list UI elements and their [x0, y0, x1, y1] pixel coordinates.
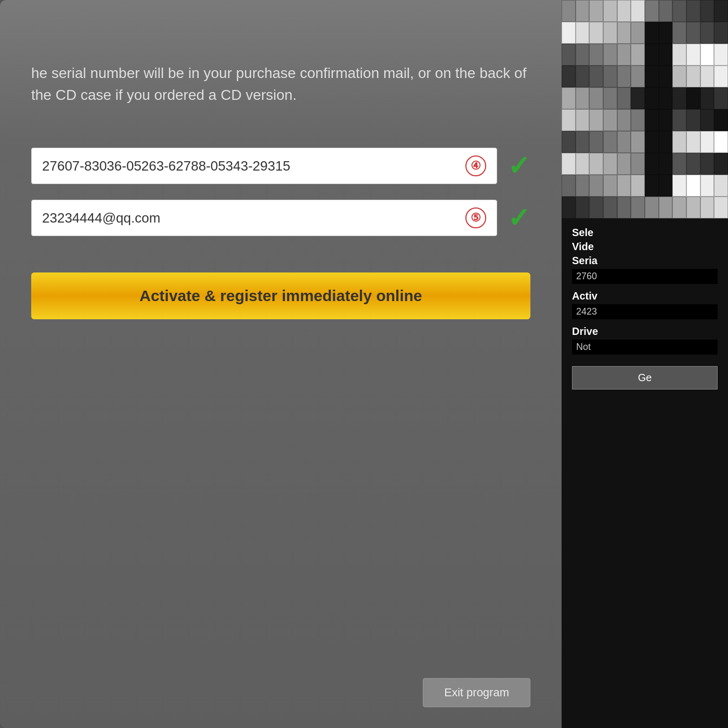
mosaic-cell — [700, 175, 714, 197]
mosaic-cell — [659, 66, 673, 87]
driver-info-value: Not — [572, 340, 718, 355]
mosaic-cell — [714, 87, 728, 109]
mosaic-cell — [686, 153, 700, 175]
activate-button[interactable]: Activate & register immediately online — [31, 272, 530, 319]
activation-info-value: 2423 — [572, 304, 718, 319]
mosaic-cell — [714, 131, 728, 153]
mosaic-cell — [686, 66, 700, 87]
bottom-bar: Exit program — [31, 657, 530, 707]
mosaic-cell — [617, 87, 631, 109]
mosaic-cell — [700, 22, 714, 44]
mosaic-cell — [686, 175, 700, 197]
mosaic-cell — [589, 44, 603, 66]
mosaic-cell — [672, 66, 686, 87]
mosaic-cell — [672, 109, 686, 131]
mosaic-cell — [700, 131, 714, 153]
mosaic-cell — [603, 0, 617, 22]
mosaic-cell — [631, 109, 645, 131]
email-value: 23234444@qq.com — [42, 210, 465, 226]
mosaic-cell — [617, 153, 631, 175]
mosaic-cell — [700, 66, 714, 87]
mosaic-cell — [603, 131, 617, 153]
mosaic-cell — [714, 0, 728, 22]
email-field-number: ⑤ — [465, 207, 486, 228]
get-button[interactable]: Ge — [572, 366, 718, 389]
mosaic-cell — [576, 87, 590, 109]
exit-button[interactable]: Exit program — [423, 678, 530, 707]
mosaic-cell — [686, 131, 700, 153]
mosaic-cell — [576, 153, 590, 175]
mosaic-cell — [603, 175, 617, 197]
mosaic-cell — [576, 131, 590, 153]
mosaic-cell — [700, 87, 714, 109]
mosaic-cell — [686, 87, 700, 109]
mosaic-cell — [576, 197, 590, 218]
mosaic-cell — [631, 0, 645, 22]
right-panel: Sele Vide Seria 2760 Activ 2423 Drive No… — [562, 0, 728, 728]
mosaic-cell — [589, 131, 603, 153]
mosaic-cell — [631, 66, 645, 87]
mosaic-cell — [700, 0, 714, 22]
mosaic-cell — [589, 0, 603, 22]
description-text: he serial number will be in your purchas… — [31, 62, 530, 106]
mosaic-cell — [700, 153, 714, 175]
mosaic-cell — [645, 153, 659, 175]
mosaic-cell — [659, 44, 673, 66]
mosaic-cell — [672, 0, 686, 22]
email-input[interactable]: 23234444@qq.com ⑤ — [31, 200, 497, 236]
serial-value: 27607-83036-05263-62788-05343-29315 — [42, 158, 465, 174]
activation-label: Activ — [572, 290, 718, 302]
mosaic-cell — [603, 22, 617, 44]
mosaic-cell — [659, 87, 673, 109]
mosaic-cell — [603, 87, 617, 109]
mosaic-cell — [562, 175, 576, 197]
mosaic-cell — [576, 22, 590, 44]
mosaic-cell — [603, 44, 617, 66]
mosaic-cell — [659, 22, 673, 44]
mosaic-cell — [603, 153, 617, 175]
mosaic-cell — [617, 109, 631, 131]
mosaic-cell — [562, 44, 576, 66]
mosaic-cell — [714, 66, 728, 87]
mosaic-cell — [659, 197, 673, 218]
mosaic-cell — [576, 66, 590, 87]
select-label: Sele — [572, 227, 718, 239]
mosaic-cell — [603, 197, 617, 218]
mosaic-cell — [576, 109, 590, 131]
mosaic-cell — [659, 175, 673, 197]
serial-checkmark: ✓ — [508, 152, 530, 179]
mosaic-cell — [631, 153, 645, 175]
mosaic-cell — [700, 44, 714, 66]
serial-field-number: ④ — [465, 155, 486, 176]
mosaic-cell — [562, 66, 576, 87]
mosaic-cell — [686, 44, 700, 66]
mosaic-cell — [686, 197, 700, 218]
main-dialog: he serial number will be in your purchas… — [0, 0, 562, 728]
mosaic-cell — [589, 22, 603, 44]
mosaic-cell — [576, 175, 590, 197]
mosaic-cell — [686, 22, 700, 44]
mosaic-cell — [562, 197, 576, 218]
mosaic-cell — [617, 175, 631, 197]
mosaic-cell — [645, 109, 659, 131]
mosaic-cell — [714, 175, 728, 197]
mosaic-cell — [645, 44, 659, 66]
mosaic-cell — [631, 22, 645, 44]
mosaic-cell — [603, 109, 617, 131]
mosaic-cell — [672, 153, 686, 175]
video-label: Vide — [572, 241, 718, 253]
mosaic-cell — [672, 197, 686, 218]
serial-input[interactable]: 27607-83036-05263-62788-05343-29315 ④ — [31, 148, 497, 184]
mosaic-cell — [672, 22, 686, 44]
mosaic-cell — [659, 109, 673, 131]
email-field-row: 23234444@qq.com ⑤ ✓ — [31, 200, 530, 236]
mosaic-cell — [617, 0, 631, 22]
mosaic-cell — [645, 22, 659, 44]
mosaic-cell — [645, 66, 659, 87]
mosaic-cell — [672, 131, 686, 153]
mosaic-cell — [672, 87, 686, 109]
mosaic-cell — [659, 131, 673, 153]
mosaic-cell — [714, 44, 728, 66]
mosaic-cell — [631, 197, 645, 218]
mosaic-cell — [645, 175, 659, 197]
